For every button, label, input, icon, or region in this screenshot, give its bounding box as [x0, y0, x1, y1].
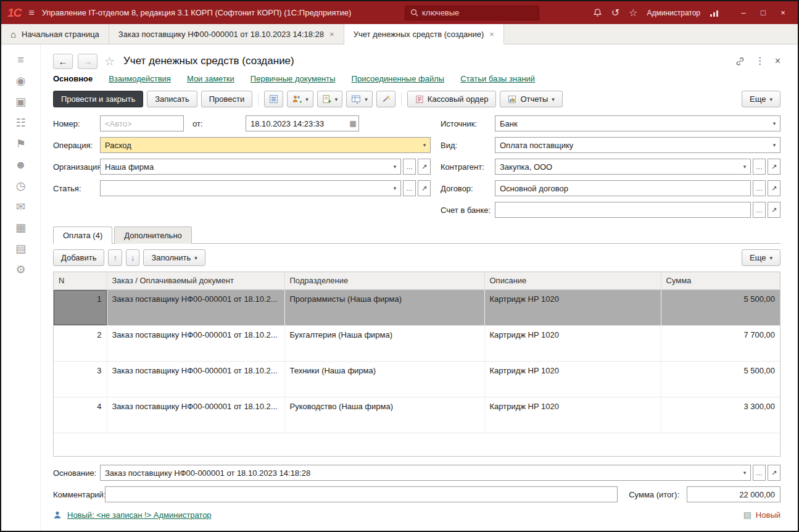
- close-window-button[interactable]: ×: [774, 6, 792, 20]
- create-based-on-button[interactable]: ▾: [317, 91, 343, 107]
- kind-field[interactable]: Оплата поставщику ▾: [495, 137, 780, 153]
- contacts-menu-button[interactable]: ▾: [287, 91, 313, 107]
- cell-number[interactable]: 2: [54, 325, 107, 361]
- mail-icon[interactable]: ✉: [16, 201, 25, 212]
- cell-document[interactable]: Заказ поставщику НФ00-000001 от 18.10.2.…: [107, 397, 284, 433]
- article-choose-button[interactable]: …: [403, 180, 416, 196]
- add-row-button[interactable]: Добавить: [53, 249, 104, 266]
- organization-open-button[interactable]: ↗: [418, 159, 431, 175]
- table-row[interactable]: 1 Заказ поставщику НФ00-000001 от 18.10.…: [54, 289, 780, 325]
- cash-order-button[interactable]: Кассовый ордер: [407, 91, 497, 107]
- col-department[interactable]: Подразделение: [284, 272, 484, 289]
- form-menu-icon[interactable]: ⋮: [755, 56, 765, 66]
- calendar-icon[interactable]: ▦: [347, 116, 358, 131]
- table-more-button[interactable]: Еще ▾: [742, 249, 780, 266]
- maximize-button[interactable]: □: [755, 6, 772, 20]
- close-form-icon[interactable]: ×: [775, 56, 780, 66]
- col-description[interactable]: Описание: [484, 272, 661, 289]
- chevron-down-icon[interactable]: ▾: [769, 116, 780, 131]
- cell-sum[interactable]: 3 300,00: [661, 397, 780, 433]
- globe-icon[interactable]: ◉: [16, 75, 26, 86]
- chevron-down-icon[interactable]: ▾: [739, 465, 750, 480]
- basis-field[interactable]: Заказ поставщику НФ00-000001 от 18.10.20…: [100, 465, 751, 481]
- nav-interactions[interactable]: Взаимодействия: [109, 74, 171, 83]
- tab-payment[interactable]: Оплата (4): [53, 227, 112, 244]
- history-icon[interactable]: ↺: [611, 8, 619, 18]
- cell-document[interactable]: Заказ поставщику НФ00-000001 от 18.10.2.…: [107, 325, 284, 361]
- contragent-field[interactable]: Закупка, ООО ▾: [495, 159, 751, 175]
- basis-open-button[interactable]: ↗: [768, 465, 780, 481]
- contragent-choose-button[interactable]: …: [753, 159, 766, 175]
- organization-choose-button[interactable]: …: [403, 159, 416, 175]
- basis-choose-button[interactable]: …: [753, 465, 766, 481]
- cell-sum[interactable]: 7 700,00: [661, 325, 780, 361]
- bank-account-open-button[interactable]: ↗: [768, 202, 780, 218]
- date-field[interactable]: 18.10.2023 14:23:33 ▦: [246, 115, 359, 131]
- cell-department[interactable]: Бухгалтерия (Наша фирма): [284, 325, 484, 361]
- cell-description[interactable]: Картридж HP 1020: [484, 361, 661, 397]
- calendar-section-icon[interactable]: ▦: [15, 222, 26, 233]
- article-field[interactable]: ▾: [100, 180, 401, 196]
- bank-account-choose-button[interactable]: …: [753, 202, 766, 218]
- cell-department[interactable]: Техники (Наша фирма): [284, 361, 484, 397]
- col-document[interactable]: Заказ / Оплачиваемый документ: [107, 272, 284, 289]
- users-icon[interactable]: ☻: [15, 159, 27, 170]
- table-row[interactable]: 4 Заказ поставщику НФ00-000001 от 18.10.…: [54, 397, 780, 433]
- chevron-down-icon[interactable]: ▾: [389, 181, 400, 196]
- contragent-open-button[interactable]: ↗: [768, 159, 780, 175]
- col-n[interactable]: N: [54, 272, 107, 289]
- settings-gear-icon[interactable]: ⚙: [15, 264, 25, 275]
- journal-button[interactable]: [264, 91, 283, 107]
- minimize-button[interactable]: –: [735, 6, 752, 20]
- global-search-input[interactable]: ключевые: [405, 6, 539, 20]
- contract-choose-button[interactable]: …: [753, 180, 766, 196]
- tab-supplier-order[interactable]: Заказ поставщику НФ00-000001 от 18.10.20…: [109, 24, 344, 44]
- col-sum[interactable]: Сумма: [661, 272, 780, 289]
- devices-icon[interactable]: ▣: [15, 96, 26, 107]
- cell-department[interactable]: Программисты (Наша фирма): [284, 289, 484, 325]
- nav-primary-docs[interactable]: Первичные документы: [250, 74, 336, 83]
- save-button[interactable]: Записать: [147, 91, 197, 107]
- reports-button[interactable]: Отчеты ▾: [500, 91, 562, 107]
- main-menu-icon[interactable]: ≡: [28, 8, 34, 18]
- chevron-down-icon[interactable]: ▾: [389, 159, 400, 174]
- organization-field[interactable]: Наша фирма ▾: [100, 159, 401, 175]
- storage-icon[interactable]: ▤: [15, 243, 26, 254]
- number-field[interactable]: <Авто>: [100, 115, 184, 131]
- nav-main[interactable]: Основное: [53, 74, 93, 83]
- connection-quality-icon[interactable]: [710, 9, 719, 17]
- cell-sum[interactable]: 5 500,00: [661, 289, 780, 325]
- favorite-star-icon[interactable]: ☆: [104, 54, 115, 69]
- cell-description[interactable]: Картридж HP 1020: [484, 325, 661, 361]
- tools-button[interactable]: [376, 91, 395, 107]
- move-down-button[interactable]: ↓: [126, 249, 140, 266]
- status-link[interactable]: Новый: <не записан !> Администратор: [67, 510, 212, 520]
- notifications-bell-icon[interactable]: [593, 8, 602, 17]
- post-button[interactable]: Провести: [201, 91, 253, 107]
- table-row[interactable]: 3 Заказ поставщику НФ00-000001 от 18.10.…: [54, 361, 780, 397]
- source-field[interactable]: Банк ▾: [495, 115, 780, 131]
- contract-field[interactable]: Основной договор: [495, 180, 751, 196]
- nav-attachments[interactable]: Присоединенные файлы: [352, 74, 445, 83]
- nav-knowledge-base[interactable]: Статьи базы знаний: [460, 74, 535, 83]
- chevron-down-icon[interactable]: ▾: [739, 159, 750, 174]
- post-and-close-button[interactable]: Провести и закрыть: [53, 91, 143, 107]
- tasks-flag-icon[interactable]: ⚑: [15, 138, 25, 149]
- tab-cash-accounting[interactable]: Учет денежных средств (создание) ×: [344, 24, 504, 44]
- cell-description[interactable]: Картридж HP 1020: [484, 289, 661, 325]
- bank-account-field[interactable]: [495, 202, 751, 218]
- cell-number[interactable]: 1: [54, 289, 107, 325]
- tab-home[interactable]: ⌂ Начальная страница: [1, 24, 109, 44]
- back-button[interactable]: ←: [53, 54, 73, 69]
- fill-button[interactable]: Заполнить ▾: [143, 249, 205, 266]
- more-actions-button[interactable]: Еще ▾: [742, 91, 780, 107]
- chevron-down-icon[interactable]: ▾: [769, 138, 780, 152]
- forward-button[interactable]: →: [78, 54, 97, 69]
- cell-number[interactable]: 3: [54, 361, 107, 397]
- printer-icon[interactable]: ☷: [15, 117, 25, 128]
- table-row[interactable]: 2 Заказ поставщику НФ00-000001 от 18.10.…: [54, 325, 780, 361]
- cell-document[interactable]: Заказ поставщику НФ00-000001 от 18.10.2.…: [107, 289, 284, 325]
- cell-sum[interactable]: 5 500,00: [661, 361, 780, 397]
- chevron-down-icon[interactable]: ▾: [419, 138, 430, 152]
- tab-additional[interactable]: Дополнительно: [114, 227, 192, 244]
